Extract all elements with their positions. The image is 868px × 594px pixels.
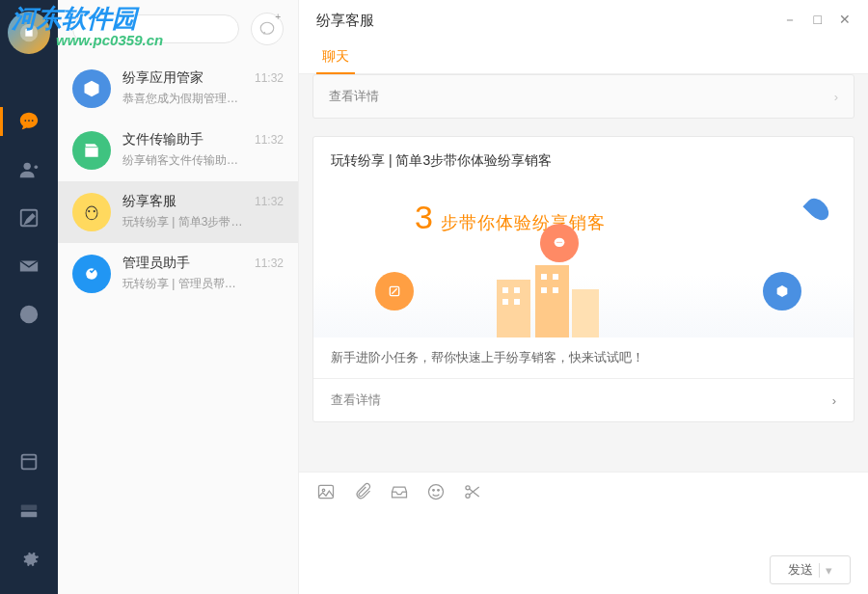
svg-rect-28 <box>541 274 547 280</box>
window-maximize-button[interactable]: □ <box>814 12 822 29</box>
dropdown-icon: ▾ <box>819 563 832 578</box>
svg-point-33 <box>322 489 325 492</box>
scissors-icon[interactable] <box>463 482 482 501</box>
svg-rect-24 <box>502 287 508 293</box>
card-view-details-button[interactable]: 查看详情 › <box>313 378 854 421</box>
chat-panel: 纷享客服 － □ ✕ 聊天 查看详情 › 玩转纷享 | 简单3步带你体验纷享销客… <box>299 0 868 594</box>
conversation-preview: 玩转纷享 | 简单3步带… <box>122 214 284 230</box>
svg-point-18 <box>556 242 557 243</box>
drop-icon <box>802 194 832 224</box>
avatar <box>72 255 111 293</box>
svg-rect-30 <box>541 287 547 293</box>
svg-point-37 <box>466 486 470 490</box>
conversation-list: 纷享应用管家 恭喜您成为假期管理… 11:32 文件传输助手 纷享销客文件传输助… <box>58 58 298 594</box>
window-minimize-button[interactable]: － <box>783 12 797 29</box>
nav-settings[interactable] <box>0 534 58 582</box>
conversation-panel: 纷享应用管家 恭喜您成为假期管理… 11:32 文件传输助手 纷享销客文件传输助… <box>58 0 299 594</box>
orb-icon <box>540 224 579 262</box>
nav-mail[interactable] <box>0 242 58 290</box>
svg-rect-23 <box>572 289 599 338</box>
svg-rect-6 <box>22 455 37 470</box>
app-logo[interactable] <box>8 12 50 54</box>
svg-point-3 <box>32 120 34 122</box>
orb-icon <box>375 272 414 310</box>
nav-sidebar <box>0 0 58 594</box>
conversation-time: 11:32 <box>255 71 284 85</box>
svg-rect-26 <box>502 299 508 305</box>
search-input[interactable] <box>72 14 239 43</box>
chevron-right-icon: › <box>834 90 838 104</box>
conversation-preview: 玩转纷享 | 管理员帮… <box>122 276 284 292</box>
chat-messages: 查看详情 › 玩转纷享 | 简单3步带你体验纷享销客 3 步带你体验纷享销客 <box>299 74 868 472</box>
conversation-item[interactable]: 纷享应用管家 恭喜您成为假期管理… 11:32 <box>58 58 298 120</box>
svg-rect-8 <box>21 512 38 518</box>
svg-point-34 <box>429 485 444 500</box>
svg-rect-9 <box>21 505 38 511</box>
svg-point-4 <box>24 163 31 170</box>
svg-point-12 <box>87 207 97 220</box>
image-icon[interactable] <box>316 482 336 501</box>
svg-point-13 <box>88 210 90 212</box>
conversation-item[interactable]: 文件传输助手 纷享销客文件传输助… 11:32 <box>58 120 298 181</box>
card-description: 新手进阶小任务，帮你快速上手纷享销客，快来试试吧！ <box>313 338 854 378</box>
chat-title: 纷享客服 <box>316 12 783 30</box>
message-card: 玩转纷享 | 简单3步带你体验纷享销客 3 步带你体验纷享销客 <box>312 136 854 422</box>
chat-input-area: 发送 ▾ <box>299 472 868 594</box>
conversation-item[interactable]: 纷享客服 玩转纷享 | 简单3步带… 11:32 <box>58 181 298 243</box>
svg-point-2 <box>28 120 30 122</box>
window-close-button[interactable]: ✕ <box>839 12 851 29</box>
conversation-preview: 纷享销客文件传输助… <box>122 152 284 169</box>
attachment-icon[interactable] <box>353 482 372 501</box>
conversation-item[interactable]: 管理员助手 玩转纷享 | 管理员帮… 11:32 <box>58 243 298 305</box>
conversation-preview: 恭喜您成为假期管理… <box>122 91 284 107</box>
svg-point-10 <box>260 22 274 34</box>
card-illustration: 3 步带你体验纷享销客 <box>313 179 854 338</box>
nav-drive[interactable] <box>0 486 58 534</box>
tab-chat[interactable]: 聊天 <box>316 40 355 73</box>
avatar <box>72 193 111 231</box>
avatar <box>72 69 111 108</box>
emoji-icon[interactable] <box>426 482 446 501</box>
svg-rect-25 <box>514 287 520 293</box>
nav-stats[interactable] <box>0 290 58 338</box>
svg-rect-22 <box>535 265 569 338</box>
orb-icon <box>763 272 801 310</box>
conversation-time: 11:32 <box>255 195 284 208</box>
view-details-button[interactable]: 查看详情 › <box>312 74 854 119</box>
avatar <box>72 131 111 170</box>
svg-point-14 <box>94 210 95 212</box>
new-chat-button[interactable] <box>251 13 284 45</box>
conversation-time: 11:32 <box>255 133 284 147</box>
send-button[interactable]: 发送 ▾ <box>770 555 851 584</box>
chevron-right-icon: › <box>832 393 836 408</box>
nav-contacts[interactable] <box>0 146 58 194</box>
svg-point-19 <box>558 242 559 243</box>
svg-point-35 <box>433 490 435 492</box>
inbox-icon[interactable] <box>390 482 409 501</box>
conversation-time: 11:32 <box>255 256 284 270</box>
svg-rect-27 <box>514 299 520 305</box>
nav-compose[interactable] <box>0 194 58 242</box>
svg-point-20 <box>560 242 561 243</box>
chat-tabs: 聊天 <box>299 40 868 74</box>
buildings-icon <box>487 260 603 338</box>
svg-point-1 <box>24 120 26 122</box>
svg-point-38 <box>466 494 470 498</box>
nav-apps[interactable] <box>0 438 58 486</box>
svg-point-36 <box>438 490 440 492</box>
card-title: 玩转纷享 | 简单3步带你体验纷享销客 <box>313 137 854 179</box>
nav-chat[interactable] <box>0 97 58 146</box>
svg-rect-31 <box>553 287 558 293</box>
svg-rect-29 <box>553 274 558 280</box>
svg-rect-21 <box>497 280 530 338</box>
